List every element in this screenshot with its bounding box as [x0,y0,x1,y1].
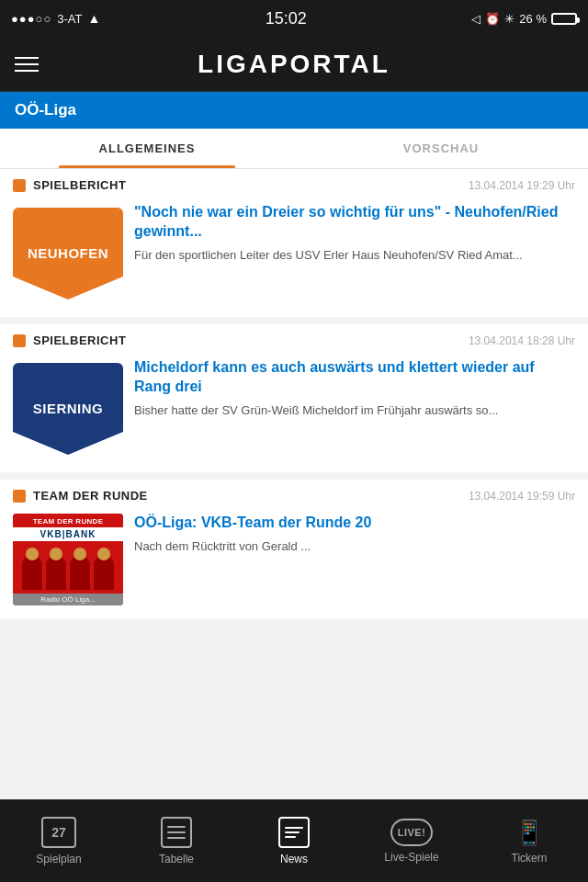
alarm-icon: ⏰ [485,12,500,26]
team-badge-sierning: SIERNING [13,363,123,455]
live-icon: LIVE! [390,819,433,846]
news-body: NEUHOFEN "Noch nie war ein Dreier so wic… [0,198,588,317]
status-left: ●●●○○ 3-AT ▲ [11,11,100,26]
battery-icon [551,13,577,25]
news-body: TEAM DER RUNDE VKB|BANK Radio OÖ Liga...… [0,508,588,618]
status-right: ◁ ⏰ ✳ 26 % [471,12,577,26]
battery-percent: 26 % [519,12,547,26]
location-icon: ◁ [471,12,481,26]
news-text: "Noch nie war ein Dreier so wichtig für … [134,203,575,304]
bluetooth-icon: ✳ [504,12,514,26]
team-der-runde-image: TEAM DER RUNDE VKB|BANK Radio OÖ Liga... [13,514,123,605]
news-list: SPIELBERICHT 13.04.2014 19:29 Uhr NEUHOF… [0,169,588,618]
tdr-vkb-label: VKB|BANK [13,527,123,541]
list-item[interactable]: SPIELBERICHT 13.04.2014 19:29 Uhr NEUHOF… [0,169,588,317]
nav-label-spielplan: Spielplan [36,853,81,865]
news-title: Micheldorf kann es auch auswärts und kle… [134,358,575,397]
status-time: 15:02 [266,9,307,28]
tdr-figures [13,541,123,594]
nav-item-spielplan[interactable]: 27 Spielplan [0,809,118,873]
bottom-nav: 27 Spielplan Tabelle News LIVE! Live-Spi… [0,799,588,882]
news-icon [278,817,310,848]
app-header: LIGAPORTAL [0,37,588,92]
category-dot [13,179,26,192]
news-item-header: SPIELBERICHT 13.04.2014 19:29 Uhr [0,169,588,198]
nav-label-tickern: Tickern [512,852,548,865]
league-bar[interactable]: OÖ-Liga [0,92,588,129]
content-area: SPIELBERICHT 13.04.2014 19:29 Uhr NEUHOF… [0,169,588,713]
menu-button[interactable] [15,57,39,72]
news-excerpt: Nach dem Rücktritt von Gerald ... [134,538,575,555]
category-label: SPIELBERICHT [33,178,126,192]
nav-item-news[interactable]: News [235,809,353,873]
status-bar: ●●●○○ 3-AT ▲ 15:02 ◁ ⏰ ✳ 26 % [0,0,588,37]
tabs-bar: ALLGEMEINES VORSCHAU [0,129,588,169]
nav-label-tabelle: Tabelle [159,853,194,865]
figure-3 [70,555,90,590]
news-date: 13.04.2014 19:29 Uhr [469,179,575,192]
news-date: 13.04.2014 18:28 Uhr [469,334,575,347]
news-text: OÖ-Liga: VKB-Team der Runde 20 Nach dem … [134,514,575,605]
tab-vorschau[interactable]: VORSCHAU [294,129,588,168]
signal-dots: ●●●○○ [11,12,51,26]
team-badge-wrapper: SIERNING [13,358,123,459]
carrier: 3-AT [57,12,82,26]
category-dot [13,334,26,347]
table-icon [161,817,192,848]
nav-item-tabelle[interactable]: Tabelle [118,809,235,873]
nav-label-news: News [280,853,308,865]
tdr-bottom-label: Radio OÖ Liga... [13,594,123,605]
mobile-icon: 📱 [514,819,544,847]
category-label: SPIELBERICHT [33,334,126,347]
league-title: OÖ-Liga [15,101,76,119]
nav-label-live: Live-Spiele [384,851,438,864]
tdr-top-label: TEAM DER RUNDE [13,514,123,527]
news-excerpt: Bisher hatte der SV Grün-Weiß Micheldorf… [134,402,575,419]
category-label: TEAM DER RUNDE [33,489,148,503]
figure-4 [94,555,114,590]
figure-2 [46,555,66,590]
app-logo: LIGAPORTAL [198,50,390,79]
list-item[interactable]: TEAM DER RUNDE 13.04.2014 19:59 Uhr TEAM… [0,480,588,618]
nav-item-tickern[interactable]: 📱 Tickern [470,811,588,872]
team-badge-neuhofen: NEUHOFEN [13,208,123,300]
figure-1 [22,555,42,590]
tab-allgemeines[interactable]: ALLGEMEINES [0,129,294,168]
news-date: 13.04.2014 19:59 Uhr [469,490,575,503]
wifi-icon: ▲ [87,11,100,26]
category-dot [13,490,26,503]
news-item-header: TEAM DER RUNDE 13.04.2014 19:59 Uhr [0,480,588,508]
news-body: SIERNING Micheldorf kann es auch auswärt… [0,353,588,472]
news-title: OÖ-Liga: VKB-Team der Runde 20 [134,514,575,533]
list-item[interactable]: SPIELBERICHT 13.04.2014 18:28 Uhr SIERNI… [0,324,588,472]
team-badge-wrapper: NEUHOFEN [13,203,123,304]
news-text: Micheldorf kann es auch auswärts und kle… [134,358,575,459]
news-item-header: SPIELBERICHT 13.04.2014 18:28 Uhr [0,324,588,353]
news-title: "Noch nie war ein Dreier so wichtig für … [134,203,575,242]
nav-item-live-spiele[interactable]: LIVE! Live-Spiele [353,811,470,871]
calendar-icon: 27 [41,817,76,848]
news-excerpt: Für den sportlichen Leiter des USV Erler… [134,247,575,264]
